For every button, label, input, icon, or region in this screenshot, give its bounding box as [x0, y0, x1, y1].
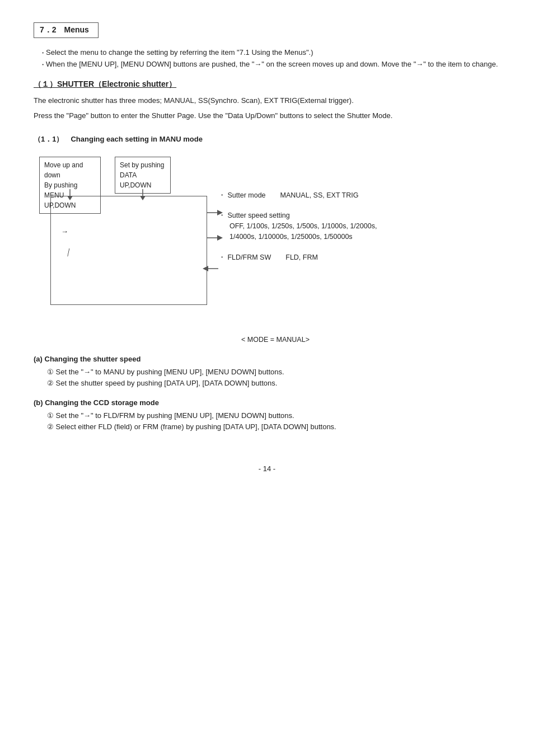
diagonal-line: ／ [63, 246, 74, 258]
screen-box: → ／ [50, 196, 207, 305]
page-footer: - 14 - [34, 464, 500, 473]
arrow-indicator: → [61, 227, 68, 236]
annotation-area: ・ Sutter mode MANUAL, SS, EXT TRIG ・ Sut… [218, 190, 453, 273]
section-a-step-1: ① Set the "→" to MANU by pushing [MENU U… [45, 368, 500, 376]
section-a-step-2: ② Set the shutter speed by pushing [DATA… [45, 379, 500, 387]
intro-bullet-2: When the [MENU UP], [MENU DOWN] buttons … [39, 60, 500, 68]
section-b-step-2: ② Select either FLD (field) or FRM (fram… [45, 422, 500, 431]
shutter-desc-2: Press the "Page" button to enter the Shu… [34, 110, 500, 122]
section-b-step-1: ① Set the "→" to FLD/FRM by pushing [MEN… [45, 411, 500, 420]
section-a-title: (a) Changing the shutter speed [34, 355, 500, 363]
intro-bullet-1: Select the menu to change the setting by… [39, 48, 500, 57]
annotation-shutter-mode: ・ Sutter mode MANUAL, SS, EXT TRIG [218, 190, 453, 201]
section-a-steps: ① Set the "→" to MANU by pushing [MENU U… [34, 368, 500, 387]
annotation-shutter-speed: ・ Sutter speed setting OFF, 1/100s, 1/25… [218, 210, 453, 242]
section-b-title: (b) Changing the CCD storage mode [34, 398, 500, 407]
section-b-steps: ① Set the "→" to FLD/FRM by pushing [MEN… [34, 411, 500, 431]
intro-bullets: Select the menu to change the setting by… [34, 48, 500, 68]
subsection-1-1-title: （1．1） Changing each setting in MANU mode [34, 134, 500, 144]
section-b: (b) Changing the CCD storage mode ① Set … [34, 398, 500, 431]
section-header: 7．2 Menus [34, 22, 99, 38]
diagram-label-right: Set by pushingDATA UP,DOWN [115, 157, 171, 194]
section-title: 7．2 Menus [40, 25, 89, 34]
page-number: - 14 - [259, 464, 275, 473]
annotation-fld-frm: ・ FLD/FRM SW FLD, FRM [218, 252, 453, 263]
mode-label: < MODE = MANUAL> [50, 336, 500, 344]
diagram: Move up and downBy pushingMENU UP,DOWN S… [34, 151, 453, 330]
section-a: (a) Changing the shutter speed ① Set the… [34, 355, 500, 387]
shutter-desc-1: The electronic shutter has three modes; … [34, 95, 500, 107]
shutter-section-title: （１）SHUTTER（Electronic shutter） [34, 79, 500, 90]
